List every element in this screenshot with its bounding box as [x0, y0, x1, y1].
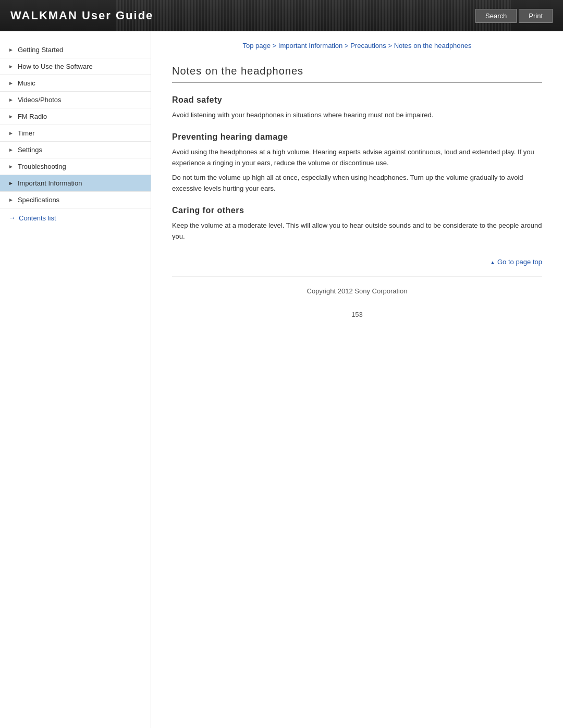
sidebar-item-how-to-use[interactable]: ► How to Use the Software: [0, 58, 151, 75]
section-text-caring-0: Keep the volume at a moderate level. Thi…: [172, 220, 542, 242]
sidebar-item-label: Videos/Photos: [18, 96, 62, 104]
chevron-right-icon: ►: [8, 164, 14, 169]
breadcrumb-important-information[interactable]: Important Information: [278, 42, 343, 50]
sidebar-item-videos-photos[interactable]: ► Videos/Photos: [0, 92, 151, 108]
section-road-safety: Road safety Avoid listening with your he…: [172, 95, 542, 121]
sidebar-item-troubleshooting[interactable]: ► Troubleshooting: [0, 158, 151, 175]
section-hearing-damage: Preventing hearing damage Avoid using th…: [172, 132, 542, 194]
sidebar-item-timer[interactable]: ► Timer: [0, 125, 151, 142]
sidebar-item-label: Specifications: [18, 196, 59, 204]
chevron-right-icon: ►: [8, 64, 14, 69]
contents-link-label: Contents list: [19, 214, 56, 222]
sidebar-item-settings[interactable]: ► Settings: [0, 142, 151, 158]
sidebar-item-important-information[interactable]: ► Important Information: [0, 175, 151, 192]
sidebar-item-fm-radio[interactable]: ► FM Radio: [0, 108, 151, 125]
section-title-road-safety: Road safety: [172, 95, 542, 105]
section-title-hearing-damage: Preventing hearing damage: [172, 132, 542, 142]
triangle-up-icon: ▲: [490, 260, 495, 265]
breadcrumb-top-page[interactable]: Top page: [242, 42, 271, 50]
section-text-hearing-damage-1: Do not turn the volume up high all at on…: [172, 172, 542, 194]
sidebar-item-label: Timer: [18, 129, 35, 137]
sidebar-item-label: Settings: [18, 146, 42, 154]
page-number: 153: [172, 305, 542, 324]
section-text-hearing-damage-0: Avoid using the headphones at a high vol…: [172, 147, 542, 169]
section-caring-for-others: Caring for others Keep the volume at a m…: [172, 206, 542, 242]
breadcrumb-sep2: >: [342, 42, 350, 50]
arrow-right-icon: →: [8, 214, 16, 222]
breadcrumb-sep1: >: [271, 42, 278, 50]
go-to-page-top-link[interactable]: ▲Go to page top: [490, 258, 542, 266]
breadcrumb-current: Notes on the headphones: [394, 42, 472, 50]
section-text-road-safety-0: Avoid listening with your headphones in …: [172, 110, 542, 121]
footer: Copyright 2012 Sony Corporation: [172, 276, 542, 305]
page-title: Notes on the headphones: [172, 65, 542, 83]
sidebar-item-music[interactable]: ► Music: [0, 75, 151, 92]
sidebar-item-label: Music: [18, 79, 35, 87]
sidebar-item-getting-started[interactable]: ► Getting Started: [0, 42, 151, 58]
header: WALKMAN User Guide Search Print: [0, 0, 563, 31]
chevron-right-icon: ►: [8, 197, 14, 203]
chevron-right-icon: ►: [8, 97, 14, 103]
sidebar-item-label: How to Use the Software: [18, 63, 93, 70]
contents-list-link[interactable]: → Contents list: [0, 208, 151, 227]
go-to-top-label: Go to page top: [497, 258, 542, 266]
chevron-right-icon: ►: [8, 80, 14, 86]
search-button[interactable]: Search: [475, 9, 517, 23]
sidebar: ► Getting Started ► How to Use the Softw…: [0, 31, 151, 728]
chevron-right-icon: ►: [8, 130, 14, 136]
content-area: Top page > Important Information > Preca…: [151, 31, 563, 728]
main-layout: ► Getting Started ► How to Use the Softw…: [0, 31, 563, 728]
go-to-top-container: ▲Go to page top: [172, 258, 542, 266]
chevron-right-icon: ►: [8, 114, 14, 119]
chevron-right-icon: ►: [8, 180, 14, 186]
header-buttons: Search Print: [475, 9, 553, 23]
sidebar-item-label: Getting Started: [18, 46, 63, 54]
sidebar-item-label: Troubleshooting: [18, 163, 66, 170]
print-button[interactable]: Print: [519, 9, 553, 23]
breadcrumb-precautions[interactable]: Precautions: [350, 42, 386, 50]
chevron-right-icon: ►: [8, 147, 14, 153]
sidebar-item-label: Important Information: [18, 179, 82, 187]
sidebar-item-label: FM Radio: [18, 113, 47, 120]
chevron-right-icon: ►: [8, 47, 14, 53]
app-title: WALKMAN User Guide: [10, 9, 153, 22]
section-title-caring: Caring for others: [172, 206, 542, 215]
copyright-text: Copyright 2012 Sony Corporation: [307, 287, 408, 295]
sidebar-item-specifications[interactable]: ► Specifications: [0, 192, 151, 208]
breadcrumb: Top page > Important Information > Preca…: [172, 42, 542, 50]
breadcrumb-sep3: >: [386, 42, 394, 50]
